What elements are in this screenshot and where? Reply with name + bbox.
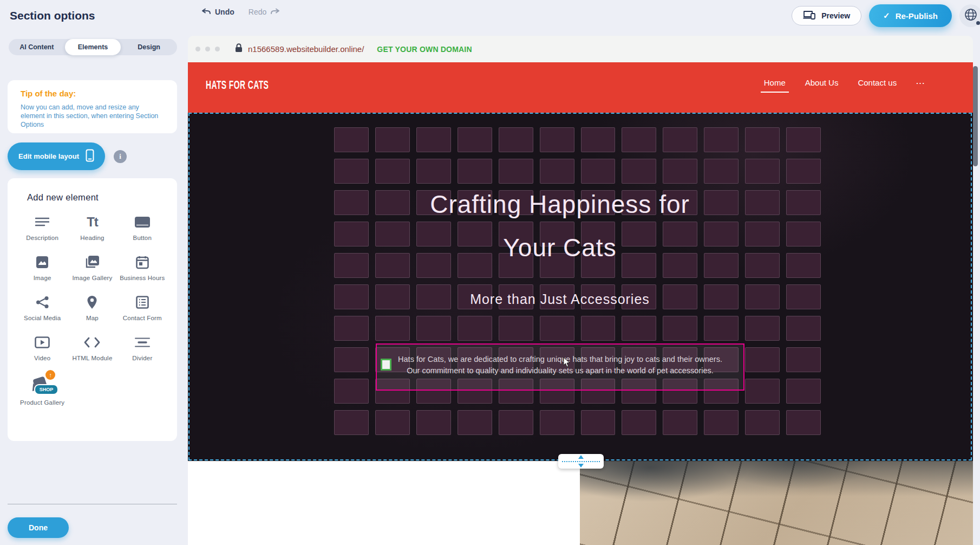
hero-tile <box>745 347 780 372</box>
element-social-media[interactable]: Social Media <box>17 295 67 322</box>
element-map[interactable]: Map <box>67 295 117 322</box>
hero-section[interactable]: Crafting Happiness for Your Cats More th… <box>188 113 973 461</box>
hero-tile <box>375 410 410 435</box>
hero-tile <box>704 159 739 184</box>
element-product-gallery[interactable]: ↑ SHOP Product Gallery <box>17 375 67 406</box>
divider-icon <box>135 335 150 350</box>
app: Section options Undo Redo <box>0 0 980 545</box>
hero-tile <box>334 127 369 152</box>
hero-subheading[interactable]: More than Just Accessories <box>188 291 932 307</box>
get-your-own-domain-link[interactable]: GET YOUR OWN DOMAIN <box>377 45 472 54</box>
site-preview-window: n1566589.websitebuilder.online/ GET YOUR… <box>188 36 973 545</box>
url-text[interactable]: n1566589.websitebuilder.online/ <box>248 44 364 54</box>
globe-status-dot <box>976 21 980 25</box>
hero-tile <box>458 127 492 152</box>
nav-more-button[interactable]: ... <box>916 77 925 93</box>
selected-text-element[interactable]: Hats for Cats, we are dedicated to craft… <box>376 343 744 391</box>
hero-tile <box>499 410 533 435</box>
preview-button[interactable]: Preview <box>792 6 861 25</box>
element-image[interactable]: Image <box>17 255 67 282</box>
hero-tile <box>704 316 739 341</box>
hero-tile <box>745 410 780 435</box>
site-nav: Home About Us Contact us ... <box>764 77 925 93</box>
resize-arrows-icon <box>578 455 584 468</box>
hero-tile <box>622 159 656 184</box>
hero-tile <box>745 379 780 404</box>
contact-form-icon <box>136 295 149 310</box>
hero-tile <box>540 410 574 435</box>
product-gallery-icon: ↑ SHOP <box>31 375 53 394</box>
element-contact-form[interactable]: Contact Form <box>117 295 167 322</box>
hero-tile <box>416 159 451 184</box>
element-video[interactable]: Video <box>17 335 67 362</box>
language-globe-button[interactable] <box>959 4 980 27</box>
hero-tile <box>786 379 821 404</box>
video-icon <box>35 335 50 350</box>
hero-tile <box>786 127 821 152</box>
hero-tile <box>663 159 697 184</box>
site-header: HATS FOR CATS Home About Us Contact us .… <box>188 62 973 113</box>
hero-tile <box>786 316 821 341</box>
hero-tile <box>499 127 533 152</box>
element-html-module[interactable]: HTML Module <box>67 335 117 362</box>
mouse-cursor <box>563 357 571 370</box>
redo-icon <box>270 8 280 16</box>
check-icon: ✓ <box>883 11 890 21</box>
hero-tile <box>622 127 656 152</box>
devices-icon <box>803 10 816 21</box>
hero-tile <box>499 159 533 184</box>
hero-tile <box>581 316 616 341</box>
tab-elements[interactable]: Elements <box>65 39 121 55</box>
undo-icon <box>201 8 211 16</box>
next-section-image[interactable] <box>580 461 973 545</box>
hero-heading[interactable]: Crafting Happiness for Your Cats <box>188 183 932 269</box>
hero-tile <box>334 410 369 435</box>
hero-tile <box>745 127 780 152</box>
hero-tile <box>581 127 616 152</box>
element-button[interactable]: Button <box>117 215 167 242</box>
edit-mobile-layout-button[interactable]: Edit mobile layout <box>8 142 105 170</box>
image-icon <box>36 255 49 270</box>
element-grid: Description Tt Heading Button <box>17 215 167 406</box>
republish-button[interactable]: ✓ Re-Publish <box>869 4 952 27</box>
hero-tile <box>416 316 451 341</box>
hero-tile <box>786 159 821 184</box>
nav-contact-us[interactable]: Contact us <box>858 78 897 93</box>
section-options-sidebar: AI Content Elements Design Tip of the da… <box>0 31 188 545</box>
done-button[interactable]: Done <box>8 517 69 538</box>
sidebar-tabs: AI Content Elements Design <box>9 39 177 55</box>
tab-design[interactable]: Design <box>121 39 177 55</box>
element-heading[interactable]: Tt Heading <box>67 215 117 242</box>
image-gallery-icon <box>84 255 100 270</box>
hero-tile <box>375 316 410 341</box>
hero-tile <box>622 316 656 341</box>
site-logo[interactable]: HATS FOR CATS <box>206 79 269 93</box>
tab-ai-content[interactable]: AI Content <box>9 39 65 55</box>
element-image-gallery[interactable]: Image Gallery <box>67 255 117 282</box>
undo-button[interactable]: Undo <box>201 8 234 16</box>
hero-body-text[interactable]: Hats for Cats, we are dedicated to craft… <box>382 354 738 377</box>
info-icon[interactable]: i <box>114 150 127 163</box>
redo-button[interactable]: Redo <box>249 8 280 16</box>
element-description[interactable]: Description <box>17 215 67 242</box>
lock-icon <box>235 43 243 55</box>
button-icon <box>134 215 151 230</box>
section-resize-handle[interactable] <box>558 454 604 469</box>
element-business-hours[interactable]: Business Hours <box>117 255 167 282</box>
hero-tile <box>458 410 492 435</box>
nav-home[interactable]: Home <box>764 78 786 93</box>
hero-tile <box>786 410 821 435</box>
element-divider[interactable]: Divider <box>117 335 167 362</box>
hero-tile <box>704 410 739 435</box>
next-section-blank <box>188 461 580 545</box>
hero-tile <box>540 127 574 152</box>
hero-tile <box>334 316 369 341</box>
hero-tile <box>786 347 821 372</box>
tip-title: Tip of the day: <box>21 89 164 98</box>
window-controls <box>195 47 220 51</box>
hero-tile <box>745 316 780 341</box>
nav-about-us[interactable]: About Us <box>805 78 839 93</box>
page-scrollbar-thumb[interactable] <box>973 66 978 166</box>
upgrade-arrow-icon: ↑ <box>45 370 55 380</box>
add-new-element-card: Add new element Description Tt Heading <box>8 178 177 441</box>
